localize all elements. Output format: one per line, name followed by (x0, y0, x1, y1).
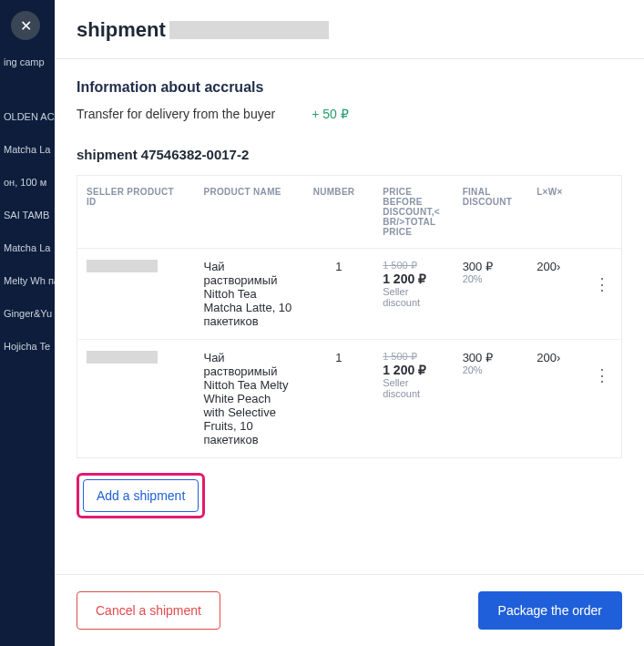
redacted-id (169, 21, 329, 39)
cell-qty: 1 (304, 340, 374, 458)
price-strike: 1 500 ₽ (383, 351, 444, 363)
accruals-title: Information about accruals (77, 79, 622, 96)
accrual-label: Transfer for delivery from the buyer (77, 107, 275, 121)
redacted-seller-id (87, 260, 158, 272)
add-shipment-button[interactable]: Add a shipment (83, 479, 199, 512)
bg-item (0, 78, 55, 100)
cell-product-name: Чай растворимый Nittoh Tea Melty White P… (194, 340, 303, 458)
price-sub: Seller discount (383, 286, 444, 308)
disc-amount: 300 ₽ (463, 260, 519, 273)
close-button[interactable]: ✕ (11, 11, 40, 40)
bg-item: Ginger&Yu (0, 297, 55, 330)
col-seller-id: SELLER PRODUCT ID (77, 176, 195, 249)
disc-pct: 20% (463, 364, 519, 375)
cell-lwx: 200› (527, 340, 583, 458)
bg-item: OLDEN AC (0, 100, 55, 133)
bg-item: Melty Wh пакетико (0, 264, 55, 297)
package-order-button[interactable]: Package the order (478, 591, 622, 630)
bg-item: Matcha La (0, 133, 55, 166)
bg-item: Matcha La (0, 231, 55, 264)
row-menu-button[interactable]: ⋮ (592, 351, 612, 384)
col-discount: FINAL DISCOUNT (454, 176, 528, 249)
shipment-title: shipment 47546382-0017-2 (77, 147, 622, 162)
price-main: 1 200 ₽ (383, 363, 444, 377)
bg-item: Hojicha Te (0, 330, 55, 363)
accrual-value: + 50 ₽ (312, 107, 349, 121)
panel-footer: Cancel a shipment Package the order (55, 574, 644, 646)
cell-lwx: 200› (527, 249, 583, 340)
close-icon: ✕ (20, 17, 32, 35)
panel-header: shipment (55, 0, 644, 59)
col-number: NUMBER (304, 176, 374, 249)
cell-qty: 1 (304, 249, 374, 340)
cell-price: 1 500 ₽ 1 200 ₽ Seller discount (373, 340, 453, 458)
price-strike: 1 500 ₽ (383, 260, 444, 272)
table-row: Чай растворимый Nittoh Tea Melty White P… (77, 340, 622, 458)
table-row: Чай растворимый Nittoh Tea Matcha Latte,… (77, 249, 622, 340)
row-menu-button[interactable]: ⋮ (592, 260, 612, 292)
cancel-shipment-button[interactable]: Cancel a shipment (77, 591, 220, 630)
bg-item: SAI TAMB (0, 199, 55, 231)
cell-discount: 300 ₽ 20% (454, 249, 528, 340)
accrual-row: Transfer for delivery from the buyer + 5… (77, 107, 622, 121)
cell-discount: 300 ₽ 20% (454, 340, 528, 458)
col-product-name: PRODUCT NAME (194, 176, 303, 249)
cell-price: 1 500 ₽ 1 200 ₽ Seller discount (373, 249, 453, 340)
redacted-seller-id (87, 351, 158, 364)
shipment-table: SELLER PRODUCT ID PRODUCT NAME NUMBER PR… (77, 175, 622, 458)
disc-pct: 20% (463, 273, 519, 284)
col-lwx: L×W× (527, 176, 583, 249)
disc-amount: 300 ₽ (463, 351, 519, 364)
panel-body: Information about accruals Transfer for … (55, 59, 644, 574)
price-main: 1 200 ₽ (383, 272, 444, 286)
shipment-panel: shipment Information about accruals Tran… (55, 0, 644, 646)
add-shipment-highlight: Add a shipment (77, 473, 205, 518)
cell-product-name: Чай растворимый Nittoh Tea Matcha Latte,… (194, 249, 303, 340)
price-sub: Seller discount (383, 377, 444, 399)
bg-item: oн, 100 м (0, 166, 55, 199)
page-title: shipment (77, 18, 166, 42)
bg-item: ing camp (0, 46, 55, 78)
background-list: ing camp OLDEN AC Matcha La oн, 100 м SA… (0, 0, 55, 646)
col-price: PRICE BEFORE DISCOUNT,< BR/>TOTAL PRICE (373, 176, 453, 249)
